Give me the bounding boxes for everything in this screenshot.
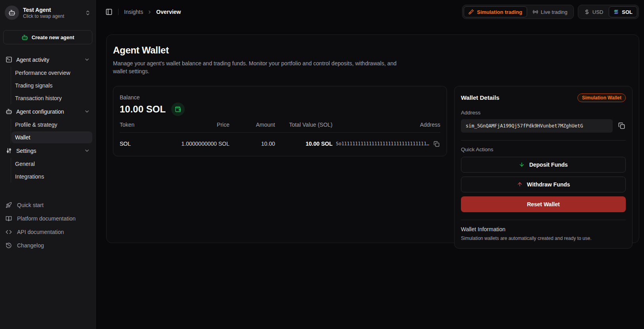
usd-toggle-button[interactable]: USD <box>579 6 608 17</box>
sidebar-item-general[interactable]: General <box>11 158 92 170</box>
header-address: Address <box>333 122 440 128</box>
address-row <box>461 119 626 133</box>
balance-value-row: 10.00 SOL <box>120 103 440 116</box>
arrow-down-icon <box>519 162 525 167</box>
panel-left-icon <box>105 8 113 15</box>
sidebar-section-agent-activity[interactable]: Agent activity <box>3 53 92 66</box>
sidebar-item-trading-signals[interactable]: Trading signals <box>11 80 92 91</box>
agent-wallet-panel: Agent Wallet Manage your agent's wallet … <box>106 34 639 243</box>
solana-icon <box>613 9 619 15</box>
code-icon <box>6 229 12 235</box>
trading-mode-toggle: Simulation trading Live trading <box>462 5 573 19</box>
sidebar-toggle-button[interactable] <box>103 6 115 18</box>
bot-icon <box>8 9 15 16</box>
sidebar-section-settings[interactable]: Settings <box>3 144 92 157</box>
table-row-sol: SOL 1.0000000000 SOL 10.00 10.00 SOL So1… <box>120 133 440 155</box>
bot-icon <box>6 108 12 115</box>
sidebar-item-performance-overview[interactable]: Performance overview <box>11 67 92 79</box>
simulation-trading-button[interactable]: Simulation trading <box>464 6 527 17</box>
agent-switcher[interactable]: Test Agent Click to swap agent <box>3 4 92 21</box>
chevron-down-icon <box>84 57 90 63</box>
chevron-down-icon <box>84 148 90 154</box>
page-title: Agent Wallet <box>113 45 633 56</box>
balance-card: Balance 10.00 SOL Token Price Amount <box>113 86 447 156</box>
deposit-funds-label: Deposit Funds <box>529 162 568 168</box>
create-new-agent-label: Create new agent <box>32 34 75 40</box>
live-trading-button[interactable]: Live trading <box>528 6 572 17</box>
agent-meta: Test Agent Click to swap agent <box>23 7 81 19</box>
token-table-header: Token Price Amount Total Value (SOL) Add… <box>120 122 440 133</box>
copy-wallet-address-button[interactable] <box>617 122 626 130</box>
sidebar-link-quick-start[interactable]: Quick start <box>3 199 92 211</box>
cell-token: SOL <box>120 141 152 147</box>
wallet-icon-badge <box>171 103 185 116</box>
chevron-right-icon <box>147 10 152 15</box>
agent-avatar <box>5 6 19 20</box>
sidebar-item-profile-strategy[interactable]: Profile & strategy <box>11 119 92 131</box>
wallet-details-title: Wallet Details <box>461 94 499 101</box>
sidebar-link-label: API documentation <box>17 229 64 235</box>
token-table: Token Price Amount Total Value (SOL) Add… <box>120 122 440 155</box>
sidebar-subsection: General Integrations <box>11 158 92 183</box>
deposit-funds-button[interactable]: Deposit Funds <box>461 157 626 173</box>
header-token: Token <box>120 122 152 128</box>
copy-icon <box>434 141 440 147</box>
address-label: Address <box>461 110 626 116</box>
sidebar-subsection: Profile & strategy Wallet <box>11 119 92 143</box>
cards-row: Balance 10.00 SOL Token Price Amount <box>113 86 633 249</box>
sidebar-item-wallet[interactable]: Wallet <box>11 131 92 143</box>
section-label: Settings <box>16 148 80 154</box>
sol-toggle-button[interactable]: SOL <box>609 6 637 17</box>
sidebar: Test Agent Click to swap agent Create ne… <box>0 0 96 329</box>
agent-name: Test Agent <box>23 7 81 13</box>
sidebar-link-platform-documentation[interactable]: Platform documentation <box>3 213 92 224</box>
sidebar-item-integrations[interactable]: Integrations <box>11 171 92 183</box>
sidebar-section-agent-configuration[interactable]: Agent configuration <box>3 105 92 118</box>
divider <box>461 220 626 220</box>
sidebar-subsection: Performance overview Trading signals Tra… <box>11 67 92 104</box>
sliders-icon <box>6 147 12 154</box>
sidebar-link-changelog[interactable]: Changelog <box>3 240 92 251</box>
bot-icon <box>21 34 28 41</box>
dollar-icon <box>584 9 590 15</box>
withdraw-funds-label: Withdraw Funds <box>527 181 570 188</box>
balance-label: Balance <box>120 94 440 101</box>
history-icon <box>6 242 12 249</box>
create-new-agent-button[interactable]: Create new agent <box>3 30 92 44</box>
cell-address: So1111111111111111111111111111111… <box>333 140 440 148</box>
copy-icon <box>618 122 625 129</box>
sidebar-item-transaction-history[interactable]: Transaction history <box>11 92 92 104</box>
header-price: Price <box>152 122 229 128</box>
wallet-icon <box>175 106 181 112</box>
sidebar-nav: Agent activity Performance overview Trad… <box>3 53 92 183</box>
chevrons-up-down-icon <box>85 10 91 16</box>
wallet-details-card: Wallet Details Simulation Wallet Address… <box>454 86 633 249</box>
breadcrumb-overview: Overview <box>156 9 181 15</box>
wallet-information-text: Simulation wallets are automatically cre… <box>461 236 626 241</box>
radio-icon <box>533 9 538 15</box>
live-trading-label: Live trading <box>541 9 568 15</box>
sidebar-link-label: Changelog <box>17 242 44 249</box>
reset-wallet-label: Reset Wallet <box>527 201 560 207</box>
header-total-value: Total Value (SOL) <box>275 122 333 128</box>
sidebar-link-api-documentation[interactable]: API documentation <box>3 226 92 238</box>
reset-wallet-button[interactable]: Reset Wallet <box>461 196 626 212</box>
sidebar-link-label: Quick start <box>17 202 44 208</box>
wallet-address-input[interactable] <box>461 119 613 133</box>
quick-actions-label: Quick Actions <box>461 146 626 152</box>
breadcrumb: Insights Overview <box>124 9 181 15</box>
breadcrumb-insights[interactable]: Insights <box>124 9 143 15</box>
divider <box>461 140 626 141</box>
token-address-text: So1111111111111111111111111111111… <box>336 141 429 146</box>
cell-price: 1.0000000000 SOL <box>152 141 229 147</box>
withdraw-funds-button[interactable]: Withdraw Funds <box>461 177 626 192</box>
section-label: Agent activity <box>16 57 80 63</box>
copy-token-address-button[interactable] <box>433 140 440 148</box>
test-tube-icon <box>468 9 474 15</box>
content-area: Agent Wallet Manage your agent's wallet … <box>96 24 644 329</box>
simulation-wallet-badge: Simulation Wallet <box>577 93 626 102</box>
header-amount: Amount <box>229 122 275 128</box>
agent-subtitle: Click to swap agent <box>23 13 81 19</box>
wallet-information-title: Wallet Information <box>461 226 626 232</box>
rocket-icon <box>6 202 12 208</box>
